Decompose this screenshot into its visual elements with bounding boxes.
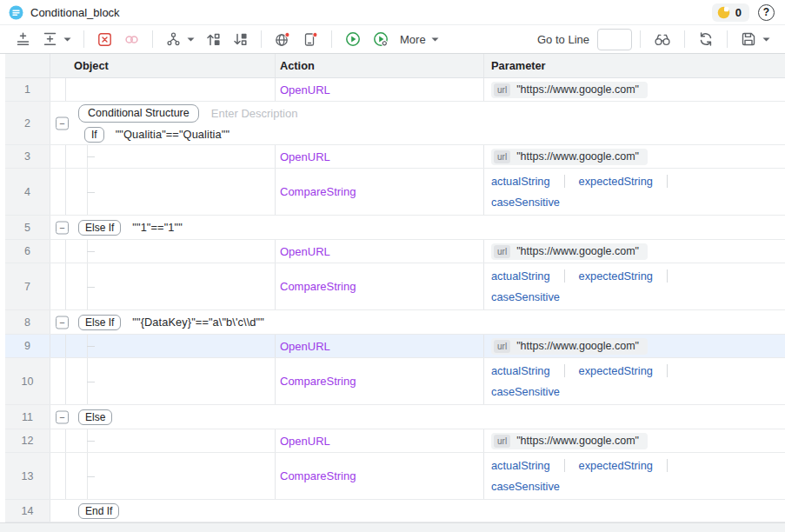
row-gutter: [50, 358, 66, 404]
parameter-name[interactable]: caseSensitive: [491, 196, 560, 209]
url-parameter[interactable]: url"https://www.google.com": [491, 82, 648, 98]
sync-icon: [697, 30, 715, 48]
object-cell[interactable]: [66, 78, 276, 101]
description-input[interactable]: Enter Description: [211, 107, 298, 120]
goto-line-input[interactable]: [597, 29, 632, 50]
parameter-name[interactable]: expectedString: [579, 269, 653, 283]
action-link[interactable]: OpenURL: [280, 245, 330, 258]
row-number[interactable]: 3: [5, 145, 50, 168]
more-menu-button[interactable]: More: [396, 30, 443, 49]
web-objects-button[interactable]: [269, 29, 296, 50]
mobile-objects-button[interactable]: [297, 29, 323, 50]
object-cell[interactable]: [66, 145, 276, 168]
conditional-branch-row: 5−Else If""1"=="1"": [5, 216, 785, 240]
action-link[interactable]: OpenURL: [280, 83, 330, 96]
action-link[interactable]: CompareString: [280, 280, 356, 293]
row-number[interactable]: 12: [5, 429, 50, 452]
url-parameter[interactable]: url"https://www.google.com": [491, 149, 648, 165]
row-number[interactable]: 1: [5, 78, 50, 101]
conditional-start-row: 2−Conditional StructureEnter Description…: [5, 102, 785, 145]
insert-step-icon: [42, 31, 58, 48]
parameter-name[interactable]: actualString: [491, 459, 550, 472]
row-number[interactable]: 11: [5, 405, 50, 429]
parameter-name[interactable]: expectedString: [579, 364, 653, 377]
action-cell: OpenURL: [276, 429, 484, 452]
action-link[interactable]: OpenURL: [280, 150, 330, 163]
run-button[interactable]: [340, 28, 366, 50]
object-cell[interactable]: [66, 453, 276, 499]
action-link[interactable]: CompareString: [280, 185, 356, 198]
parameter-name[interactable]: actualString: [491, 269, 550, 283]
parameter-list: actualStringexpectedStringcaseSensitive: [491, 459, 719, 493]
url-parameter[interactable]: url"https://www.google.com": [491, 433, 648, 449]
help-button[interactable]: ?: [758, 4, 775, 21]
parameter-cell: actualStringexpectedStringcaseSensitive: [484, 453, 785, 499]
parameter-cell: actualStringexpectedStringcaseSensitive: [484, 358, 785, 404]
row-number[interactable]: 5: [5, 216, 50, 239]
condition-text[interactable]: ""Qualitia"=="Qualitia"": [116, 128, 230, 141]
move-step-down-button[interactable]: [228, 29, 253, 50]
header-parameter-column: Parameter: [484, 54, 785, 77]
object-cell[interactable]: [66, 169, 276, 215]
condition-text[interactable]: ""{DataKey}"=="a\"b\'c\\d"": [132, 316, 264, 329]
row-number[interactable]: 10: [5, 358, 50, 404]
row-number[interactable]: 8: [5, 310, 50, 334]
url-parameter[interactable]: url"https://www.google.com": [491, 243, 648, 260]
run-counter-badge[interactable]: 0: [712, 3, 749, 22]
row-number[interactable]: 14: [5, 500, 50, 522]
url-tag: url: [494, 340, 510, 353]
object-cell[interactable]: [66, 240, 276, 263]
parameter-name[interactable]: caseSensitive: [491, 290, 560, 303]
parameter-name[interactable]: caseSensitive: [491, 385, 560, 398]
find-button[interactable]: [649, 29, 676, 50]
object-cell[interactable]: [66, 335, 276, 357]
row-number[interactable]: 13: [5, 453, 50, 499]
row-number[interactable]: 2: [5, 102, 50, 144]
collapse-button[interactable]: −: [56, 410, 69, 423]
action-link[interactable]: CompareString: [280, 469, 356, 482]
row-number[interactable]: 9: [5, 335, 50, 357]
move-step-up-icon: [205, 31, 222, 48]
toolbar-divider: [727, 30, 728, 48]
object-cell[interactable]: [66, 263, 276, 309]
save-button[interactable]: [735, 28, 775, 50]
parameter-name[interactable]: expectedString: [579, 175, 653, 188]
collapse-button[interactable]: −: [56, 316, 69, 329]
object-cell[interactable]: [66, 358, 276, 404]
delete-step-button[interactable]: [92, 29, 117, 50]
conditional-structure-button[interactable]: [161, 29, 199, 50]
action-link[interactable]: CompareString: [280, 375, 356, 388]
header-action-column: Action: [276, 54, 484, 77]
parameter-name[interactable]: caseSensitive: [491, 480, 560, 493]
unlink-button[interactable]: [119, 29, 144, 50]
tree-tick: [87, 192, 95, 193]
end-if-chip[interactable]: End If: [78, 503, 119, 519]
action-link[interactable]: OpenURL: [280, 340, 330, 353]
conditional-body: −Else If""{DataKey}"=="a\"b\'c\\d"": [50, 310, 785, 334]
insert-step-button[interactable]: [37, 29, 76, 50]
refresh-button[interactable]: [693, 28, 719, 50]
row-number[interactable]: 7: [5, 263, 50, 309]
row-number[interactable]: 6: [5, 240, 50, 263]
step-row: 1OpenURLurl"https://www.google.com": [5, 78, 785, 102]
parameter-name[interactable]: expectedString: [579, 459, 653, 472]
move-step-up-button[interactable]: [201, 29, 226, 50]
if-chip[interactable]: If: [84, 127, 104, 143]
action-link[interactable]: OpenURL: [280, 435, 330, 448]
else-chip[interactable]: Else: [78, 409, 112, 425]
add-step-button[interactable]: [10, 29, 36, 50]
run-with-settings-button[interactable]: [368, 28, 394, 50]
parameter-name[interactable]: actualString: [491, 175, 550, 188]
collapse-button[interactable]: −: [56, 221, 69, 234]
row-number[interactable]: 4: [5, 169, 50, 215]
object-cell[interactable]: [66, 429, 276, 452]
conditional-structure-icon: [165, 31, 182, 48]
else-if-chip[interactable]: Else If: [78, 220, 121, 236]
conditional-structure-chip[interactable]: Conditional Structure: [78, 104, 199, 123]
collapse-button[interactable]: −: [56, 116, 69, 130]
url-parameter[interactable]: url"https://www.google.com": [491, 338, 648, 355]
parameter-cell: url"https://www.google.com": [484, 145, 785, 168]
condition-text[interactable]: ""1"=="1"": [132, 221, 182, 234]
parameter-name[interactable]: actualString: [491, 364, 550, 377]
else-if-chip[interactable]: Else If: [78, 315, 121, 330]
